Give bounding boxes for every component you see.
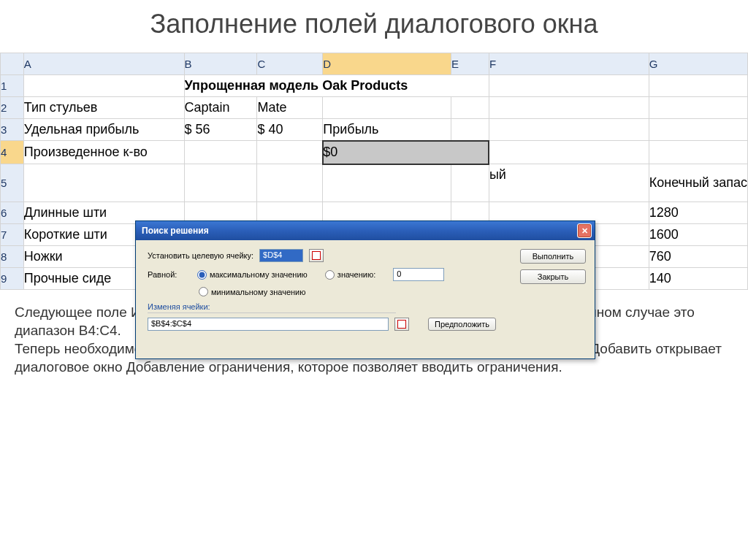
cell-G5[interactable]: Конечный запас [649,164,747,202]
changing-cells-input[interactable]: $B$4:$C$4 [148,318,389,331]
row-header-8[interactable]: 8 [1,246,24,268]
cell-B3[interactable]: $ 56 [184,119,257,141]
row-header-4[interactable]: 4 [1,141,24,164]
cell-E2[interactable] [451,97,489,119]
col-header-B[interactable]: B [184,53,257,75]
cell-B2[interactable]: Captain [184,97,257,119]
col-header-D[interactable]: D [323,53,451,75]
spreadsheet: A B C D E F G 1 Упрощенная модель Oak Pr… [0,53,748,290]
cell-F5[interactable]: ый [489,164,649,202]
cell-G3[interactable] [649,119,747,141]
cell-A3[interactable]: Удельная прибыль [23,119,184,141]
radio-min-label: минимальному значению [211,288,306,296]
select-all-corner[interactable] [1,53,24,75]
target-cell-input[interactable]: $D$4 [259,249,303,262]
cell-D3[interactable]: Прибыль [323,119,451,141]
cell-F3[interactable] [489,119,649,141]
row-header-9[interactable]: 9 [1,268,24,290]
radio-min[interactable]: минимальному значению [199,287,306,296]
cell-D4[interactable]: $0 [323,141,489,164]
radio-value-input[interactable] [325,270,335,280]
col-header-G[interactable]: G [649,53,747,75]
cell-G1[interactable] [649,75,747,97]
cell-C5[interactable] [257,164,323,202]
row-header-1[interactable]: 1 [1,75,24,97]
solver-dialog[interactable]: Поиск решения ✕ Выполнить Закрыть Устано… [135,220,595,359]
cell-B5[interactable] [184,164,257,202]
guess-button[interactable]: Предположить [428,318,496,331]
cell-A1[interactable] [23,75,184,97]
row-header-2[interactable]: 2 [1,97,24,119]
changing-cells-label: Изменяя ячейки: [148,302,396,313]
col-header-E[interactable]: E [451,53,489,75]
row-header-5[interactable]: 5 [1,164,24,202]
value-input[interactable]: 0 [393,268,444,281]
dialog-titlebar[interactable]: Поиск решения ✕ [136,221,595,240]
row-header-7[interactable]: 7 [1,224,24,246]
cell-G6[interactable]: 1280 [649,202,747,224]
slide-title: Заполнение полей диалогового окна [0,0,748,53]
cell-D2[interactable] [323,97,451,119]
cell-G8[interactable]: 760 [649,246,747,268]
close-button[interactable]: Закрыть [520,269,586,284]
row-header-6[interactable]: 6 [1,202,24,224]
close-icon[interactable]: ✕ [577,223,592,238]
cell-F4[interactable] [489,141,649,164]
col-header-F[interactable]: F [489,53,649,75]
cell-C2[interactable]: Mate [257,97,323,119]
cell-B4[interactable] [184,141,257,164]
cell-B1[interactable]: Упрощенная модель Oak Products [184,75,489,97]
col-header-A[interactable]: A [23,53,184,75]
cell-E3[interactable] [451,119,489,141]
radio-max[interactable]: максимальному значению [197,270,308,280]
radio-max-input[interactable] [197,270,207,280]
cell-C4[interactable] [257,141,323,164]
radio-min-input[interactable] [199,287,208,296]
equal-to-label: Равной: [148,270,191,279]
cell-A5[interactable] [23,164,184,202]
cell-G4[interactable] [649,141,747,164]
cell-C3[interactable]: $ 40 [257,119,323,141]
cell-F2[interactable] [489,97,649,119]
radio-value-label: значению: [337,270,375,279]
col-header-C[interactable]: C [257,53,323,75]
dialog-title: Поиск решения [142,226,577,236]
cell-A2[interactable]: Тип стульев [23,97,184,119]
row-header-3[interactable]: 3 [1,119,24,141]
collapse-dialog-icon-2[interactable] [394,318,409,331]
radio-value[interactable]: значению: [325,270,375,280]
cell-D5[interactable] [323,164,451,202]
radio-max-label: максимальному значению [210,270,308,279]
cell-A4[interactable]: Произведенное к-во [23,141,184,164]
cell-G2[interactable] [649,97,747,119]
collapse-dialog-icon[interactable] [309,249,324,262]
cell-G7[interactable]: 1600 [649,224,747,246]
cell-E5[interactable] [451,164,489,202]
target-cell-label: Установить целевую ячейку: [148,251,253,260]
cell-F1[interactable] [489,75,649,97]
execute-button[interactable]: Выполнить [520,249,586,264]
cell-G9[interactable]: 140 [649,268,747,290]
